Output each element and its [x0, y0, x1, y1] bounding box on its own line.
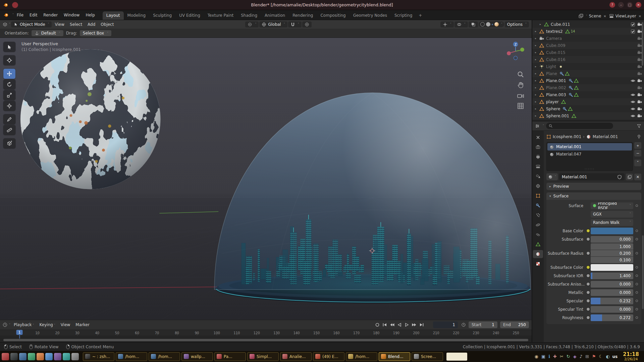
expand-arrow-icon[interactable]: ▸ — [535, 72, 538, 75]
launcher-icon[interactable] — [28, 353, 35, 360]
gizmo-y-axis[interactable] — [520, 48, 524, 52]
fake-user-shield-icon[interactable] — [617, 175, 622, 179]
tray-icon[interactable]: ♪ — [580, 354, 582, 359]
material-shading-button[interactable] — [492, 24, 493, 25]
maximize-button[interactable]: □ — [627, 2, 633, 8]
zoom-tool-icon[interactable] — [517, 71, 524, 78]
outliner-item-cube-015[interactable]: ▸Cube.015 — [532, 49, 644, 56]
taskbar-window-zsh[interactable]: ~ : zsh... — [83, 352, 114, 361]
slider-specular[interactable]: 0.232 — [591, 298, 633, 304]
keyboard-layout-indicator[interactable]: us — [612, 354, 618, 359]
timeline-editor-icon[interactable] — [3, 322, 7, 327]
tab-texture-paint[interactable]: Texture Paint — [204, 11, 237, 20]
tab-layout[interactable]: Layout — [103, 11, 124, 20]
show-overlays-toggle[interactable]: ˅ — [454, 21, 468, 27]
add-material-slot-button[interactable]: ＋ — [634, 142, 641, 149]
tool-tweak-button[interactable] — [3, 42, 15, 52]
outliner-item-sphere-001[interactable]: ▸Sphere.001 — [532, 112, 644, 119]
next-keyframe-button[interactable] — [412, 322, 417, 327]
viewport-menu-view[interactable]: View — [52, 21, 67, 28]
expand-arrow-icon[interactable]: ▸ — [535, 114, 538, 117]
expand-arrow-icon[interactable]: ▸ — [535, 100, 538, 103]
camera-view-icon[interactable] — [517, 92, 524, 100]
material-name-field[interactable]: Material.001 — [559, 173, 625, 180]
gizmo-neg-z-axis[interactable] — [514, 56, 518, 60]
jump-to-end-button[interactable] — [419, 322, 424, 327]
properties-tab-modifiers[interactable] — [533, 201, 543, 209]
close-button[interactable]: ✕ — [636, 2, 641, 8]
disable-render-camera-icon[interactable] — [637, 22, 642, 27]
xray-toggle[interactable] — [469, 21, 478, 27]
tool-cursor-button[interactable] — [3, 55, 15, 65]
use-preview-range-icon[interactable] — [461, 322, 466, 327]
tab-modeling[interactable]: Modeling — [124, 11, 150, 20]
disable-render-camera-icon[interactable] — [637, 50, 642, 55]
keyframe-decorator[interactable] — [636, 204, 638, 207]
browse-material-button[interactable]: ˅ — [546, 173, 558, 180]
frame-start-field[interactable]: Start 1 — [469, 321, 497, 328]
pin-icon[interactable] — [637, 134, 641, 139]
topbar-menu-window[interactable]: Window — [61, 11, 83, 19]
slider-subsurface[interactable]: 0.000 — [591, 236, 633, 243]
outliner-scrollbar[interactable] — [642, 22, 643, 66]
minimize-button[interactable]: – — [618, 2, 624, 8]
disable-render-camera-icon[interactable] — [637, 107, 642, 111]
keyframe-decorator[interactable] — [636, 300, 638, 302]
properties-editor-icon[interactable] — [535, 124, 540, 128]
hide-viewport-eye-icon[interactable] — [631, 93, 635, 97]
tray-icon[interactable]: ✂ — [560, 354, 564, 359]
tool-transform-button[interactable] — [3, 101, 15, 111]
preview-panel-header[interactable]: ▸ Preview — [546, 183, 641, 190]
topbar-menu-help[interactable]: Help — [83, 11, 98, 19]
tool-measure-button[interactable] — [3, 125, 15, 135]
taskbar-window-analie[interactable]: Analie... — [280, 352, 312, 361]
solid-shading-button[interactable] — [486, 22, 490, 26]
taskbar-window-hom[interactable]: /hom... — [346, 352, 377, 361]
taskbar-window-blend[interactable]: Blend... — [379, 352, 410, 361]
disable-render-camera-icon[interactable] — [637, 29, 642, 34]
breadcrumb-material[interactable]: Material.001 — [593, 134, 618, 139]
properties-tab-world[interactable] — [533, 182, 543, 190]
slider-subsurface-aniso[interactable]: 0.000 — [591, 281, 633, 288]
blender-menu-icon[interactable] — [3, 12, 10, 18]
tray-icon[interactable]: ⊞ — [585, 354, 589, 359]
launcher-icon[interactable] — [45, 353, 53, 360]
outliner-item-cube-016[interactable]: ▸Cube.016 — [532, 56, 644, 63]
navigation-gizmo[interactable]: Z — [505, 41, 526, 62]
selectable-checkbox[interactable] — [631, 22, 635, 27]
dropdown-random-walk[interactable]: Random Walk˅ — [591, 219, 633, 226]
keyframe-decorator[interactable] — [636, 275, 638, 277]
tab-scripting[interactable]: Scripting — [391, 11, 416, 20]
expand-arrow-icon[interactable]: ▸ — [535, 30, 538, 33]
keyframe-decorator[interactable] — [636, 316, 638, 319]
properties-tab-render[interactable] — [533, 143, 543, 151]
tool-scale-button[interactable] — [3, 90, 15, 100]
auto-keying-toggle[interactable] — [375, 322, 380, 327]
scene-selector[interactable]: ˅ Scene ✕ — [579, 14, 607, 18]
outliner-item-player[interactable]: ▸player — [532, 98, 644, 105]
app-menu-icon[interactable] — [12, 2, 18, 8]
taskbar-window-simpl[interactable]: Simpl... — [247, 352, 279, 361]
viewport-menu-object[interactable]: Object — [98, 21, 116, 28]
timeline-scrollbar[interactable] — [0, 338, 532, 342]
hide-viewport-eye-icon[interactable] — [631, 78, 635, 83]
duplicate-material-button[interactable] — [626, 174, 633, 180]
disable-render-camera-icon[interactable] — [637, 78, 642, 83]
launcher-icon[interactable] — [10, 353, 18, 360]
outliner-item-textres2[interactable]: ▸textres214 — [532, 28, 644, 35]
viewport-menu-add[interactable]: Add — [85, 21, 98, 28]
outliner-item-cube-009[interactable]: ▸Cube.009 — [532, 42, 644, 49]
add-workspace-button[interactable]: + — [416, 11, 425, 20]
properties-scrollbar[interactable] — [642, 235, 644, 309]
slider-metallic[interactable]: 0.000 — [591, 289, 633, 296]
tool-annotate-button[interactable] — [3, 114, 15, 124]
properties-tab-object-data[interactable] — [533, 240, 543, 248]
expand-arrow-icon[interactable]: ▸ — [535, 86, 538, 89]
properties-tab-view-layer[interactable] — [533, 163, 543, 171]
tab-shading[interactable]: Shading — [237, 11, 261, 20]
wireframe-shading-button[interactable] — [480, 22, 485, 26]
expand-arrow-icon[interactable]: ▸ — [535, 58, 538, 61]
properties-tab-scene[interactable] — [533, 172, 543, 180]
outliner-item-camera[interactable]: ▸Camera — [532, 35, 644, 42]
keyframe-decorator[interactable] — [636, 283, 638, 285]
